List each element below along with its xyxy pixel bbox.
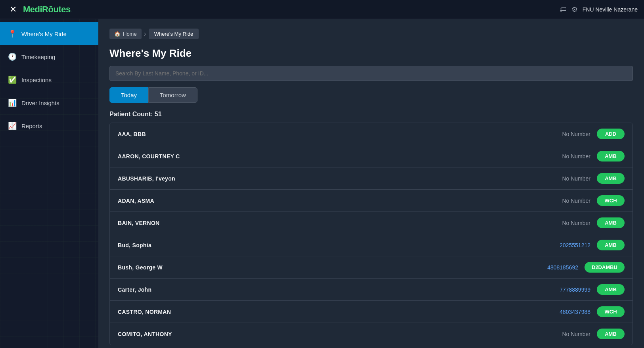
logo: MediRōutes. xyxy=(23,4,71,15)
patient-name: ABUSHARIB, I'veyon xyxy=(118,175,527,182)
tag-icon[interactable]: 🏷 xyxy=(560,5,567,13)
user-name: FNU Neville Nazerane xyxy=(583,6,638,13)
tab-tomorrow[interactable]: Tomorrow xyxy=(148,87,197,103)
top-header: ✕ MediRōutes. 🏷 ⚙ FNU Neville Nazerane xyxy=(0,0,644,19)
sidebar-label-wheres-my-ride: Where's My Ride xyxy=(21,31,67,37)
patient-name: Bud, Sophia xyxy=(118,242,527,248)
sidebar-label-inspections: Inspections xyxy=(21,77,52,83)
breadcrumb-home[interactable]: 🏠 Home xyxy=(109,29,142,39)
page-title: Where's My Ride xyxy=(109,47,633,60)
sidebar-item-inspections[interactable]: ✅ Inspections xyxy=(0,68,98,91)
breadcrumb: 🏠 Home › Where's My Ride xyxy=(109,29,633,39)
sidebar-item-driver-insights[interactable]: 📊 Driver Insights xyxy=(0,91,98,114)
patient-table: AAA, BBBNo NumberADDAARON, COURTNEY CNo … xyxy=(109,123,633,345)
patient-name: COMITO, ANTHONY xyxy=(118,331,527,337)
chart-icon: 📊 xyxy=(8,98,17,107)
search-input[interactable] xyxy=(109,66,633,81)
ride-badge[interactable]: WCH xyxy=(597,195,625,206)
clock-icon: 🕐 xyxy=(8,52,17,61)
patient-name: Carter, John xyxy=(118,286,527,293)
ride-badge[interactable]: AMB xyxy=(597,217,625,228)
checkmark-icon: ✅ xyxy=(8,75,17,84)
breadcrumb-current: Where's My Ride xyxy=(149,29,199,39)
table-row[interactable]: ADAN, ASMANo NumberWCH xyxy=(110,190,632,212)
breadcrumb-home-label: Home xyxy=(123,31,137,37)
table-row[interactable]: AARON, COURTNEY CNo NumberAMB xyxy=(110,145,632,167)
patient-phone: No Number xyxy=(527,220,590,226)
sidebar-item-wheres-my-ride[interactable]: 📍 Where's My Ride xyxy=(0,22,98,45)
sidebar-label-driver-insights: Driver Insights xyxy=(21,100,59,106)
patient-phone: No Number xyxy=(527,153,590,160)
table-row[interactable]: Bush, George W4808185692D2DAMBU xyxy=(110,256,632,279)
sidebar: 📍 Where's My Ride 🕐 Timekeeping ✅ Inspec… xyxy=(0,19,98,348)
patient-name: AAA, BBB xyxy=(118,131,527,137)
patient-phone: 7778889999 xyxy=(527,286,590,293)
patient-name: CASTRO, NORMAN xyxy=(118,309,527,315)
table-row[interactable]: ABUSHARIB, I'veyonNo NumberAMB xyxy=(110,167,632,190)
table-row[interactable]: CASTRO, NORMAN4803437988WCH xyxy=(110,301,632,323)
patient-phone: No Number xyxy=(527,175,590,182)
patient-name: Bush, George W xyxy=(118,264,515,271)
patient-phone: 4808185692 xyxy=(515,264,578,271)
sidebar-label-reports: Reports xyxy=(21,123,42,129)
patient-name: ADAN, ASMA xyxy=(118,198,527,204)
patient-phone: No Number xyxy=(527,331,590,337)
sidebar-item-reports[interactable]: 📈 Reports xyxy=(0,114,98,137)
header-right: 🏷 ⚙ FNU Neville Nazerane xyxy=(560,5,638,14)
patient-phone: No Number xyxy=(527,131,590,137)
main-layout: 📍 Where's My Ride 🕐 Timekeeping ✅ Inspec… xyxy=(0,19,644,348)
table-row[interactable]: COMITO, ANTHONYNo NumberAMB xyxy=(110,323,632,345)
patient-phone: 4803437988 xyxy=(527,309,590,315)
table-row[interactable]: AAA, BBBNo NumberADD xyxy=(110,123,632,145)
home-icon: 🏠 xyxy=(114,31,121,37)
patient-phone: No Number xyxy=(527,198,590,204)
content-area: 🏠 Home › Where's My Ride Where's My Ride… xyxy=(98,19,644,348)
breadcrumb-separator: › xyxy=(144,30,146,38)
sidebar-nav: 📍 Where's My Ride 🕐 Timekeeping ✅ Inspec… xyxy=(0,19,98,137)
sidebar-item-timekeeping[interactable]: 🕐 Timekeeping xyxy=(0,45,98,68)
patient-name: BAIN, VERNON xyxy=(118,220,527,226)
ride-badge[interactable]: D2DAMBU xyxy=(585,262,625,273)
tab-today[interactable]: Today xyxy=(109,87,148,103)
ride-badge[interactable]: AMB xyxy=(597,329,625,339)
table-row[interactable]: BAIN, VERNONNo NumberAMB xyxy=(110,212,632,234)
ride-badge[interactable]: AMB xyxy=(597,151,625,162)
close-button[interactable]: ✕ xyxy=(6,3,20,16)
settings-icon[interactable]: ⚙ xyxy=(571,5,578,14)
ride-badge[interactable]: WCH xyxy=(597,306,625,317)
ride-badge[interactable]: AMB xyxy=(597,284,625,295)
ride-badge[interactable]: ADD xyxy=(597,129,625,139)
ride-badge[interactable]: AMB xyxy=(597,173,625,184)
sidebar-label-timekeeping: Timekeeping xyxy=(21,54,55,60)
logo-area: ✕ MediRōutes. xyxy=(6,3,71,16)
tab-group: Today Tomorrow xyxy=(109,87,633,103)
patient-phone: 2025551212 xyxy=(527,242,590,248)
table-row[interactable]: Carter, John7778889999AMB xyxy=(110,279,632,301)
location-icon: 📍 xyxy=(8,29,17,38)
reports-icon: 📈 xyxy=(8,121,17,130)
patient-name: AARON, COURTNEY C xyxy=(118,153,527,160)
patient-count: Patient Count: 51 xyxy=(109,111,633,118)
table-row[interactable]: Bud, Sophia2025551212AMB xyxy=(110,234,632,256)
ride-badge[interactable]: AMB xyxy=(597,240,625,250)
